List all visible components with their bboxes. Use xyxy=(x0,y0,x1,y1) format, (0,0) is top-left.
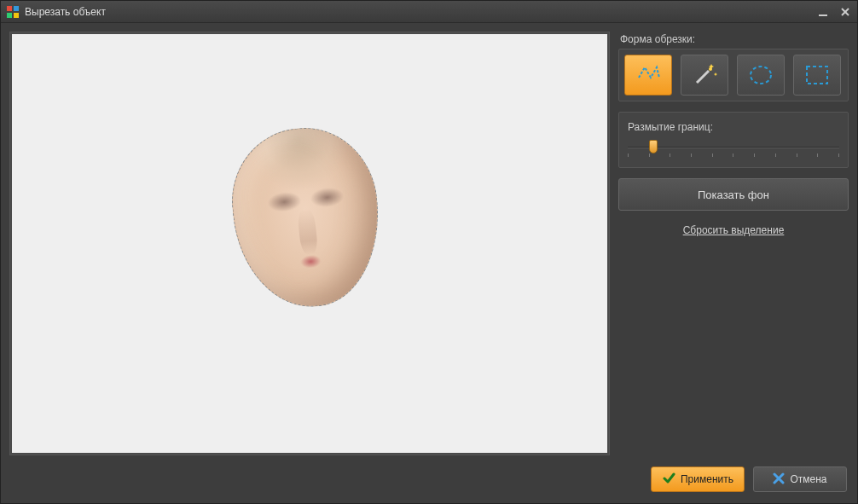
check-icon xyxy=(662,472,675,488)
apply-button[interactable]: Применить xyxy=(651,466,745,492)
shape-rectangle-button[interactable] xyxy=(793,55,841,96)
title-bar: Вырезать объект xyxy=(1,1,857,23)
crop-shape-section: Форма обрезки: xyxy=(618,32,849,101)
svg-point-9 xyxy=(751,67,771,84)
canvas-frame xyxy=(9,32,610,455)
shape-magic-wand-button[interactable] xyxy=(681,55,728,96)
svg-rect-4 xyxy=(819,14,827,16)
close-icon xyxy=(773,472,785,487)
blur-edges-label: Размытие границ: xyxy=(628,121,839,138)
svg-rect-3 xyxy=(14,13,19,18)
reset-selection-label: Сбросить выделение xyxy=(683,224,785,236)
svg-line-7 xyxy=(697,71,709,83)
svg-rect-1 xyxy=(14,6,19,11)
slider-thumb[interactable] xyxy=(649,140,658,154)
svg-rect-10 xyxy=(807,67,827,84)
blur-edges-section: Размытие границ: xyxy=(618,112,849,168)
content-area: Форма обрезки: xyxy=(1,23,857,464)
crop-shape-label: Форма обрезки: xyxy=(618,32,849,49)
apply-label: Применить xyxy=(681,473,733,485)
window-title: Вырезать объект xyxy=(25,6,816,18)
cancel-label: Отмена xyxy=(790,473,826,485)
slider-track xyxy=(628,147,839,148)
slider-ticks xyxy=(628,154,839,157)
window-controls xyxy=(816,5,852,19)
cancel-button[interactable]: Отмена xyxy=(753,466,847,492)
image-canvas[interactable] xyxy=(12,34,607,453)
show-background-label: Показать фон xyxy=(698,188,769,201)
dialog-window: Вырезать объект Форма обрезки: xyxy=(0,0,858,504)
shape-free-button[interactable] xyxy=(624,55,672,96)
svg-rect-2 xyxy=(7,13,12,18)
show-background-button[interactable]: Показать фон xyxy=(618,178,849,211)
close-button[interactable] xyxy=(838,5,852,19)
crop-shape-row xyxy=(618,49,849,101)
reset-selection-link[interactable]: Сбросить выделение xyxy=(618,221,849,236)
sidebar: Форма обрезки: xyxy=(618,32,849,455)
shape-ellipse-button[interactable] xyxy=(737,55,785,96)
blur-slider[interactable] xyxy=(628,138,839,160)
selection-outline[interactable] xyxy=(224,121,387,315)
footer: Применить Отмена xyxy=(1,464,857,503)
svg-rect-0 xyxy=(7,6,12,11)
minimize-button[interactable] xyxy=(816,5,830,19)
app-icon xyxy=(6,5,20,19)
